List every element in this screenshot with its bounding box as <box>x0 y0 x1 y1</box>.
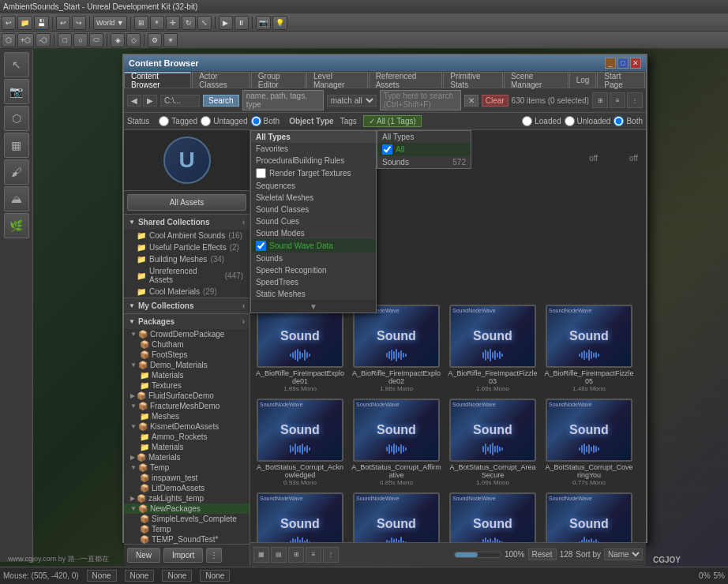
cb-close-btn[interactable]: ✕ <box>630 58 641 69</box>
more-btn[interactable]: ⋮ <box>206 548 222 563</box>
tool-select[interactable]: ↖ <box>4 52 29 77</box>
tags-all-types[interactable]: All Types <box>377 131 471 143</box>
thumb-view-btn-2[interactable]: ▤ <box>271 547 287 563</box>
thumb-view-btn-5[interactable]: ⋮ <box>323 547 339 563</box>
dropdown-proc-build[interactable]: ProceduralBuilding Rules <box>251 155 376 167</box>
tab-scene-manager[interactable]: Scene Manager <box>504 72 569 88</box>
asset-item-2[interactable]: SoundNodeWave Sound A_BioRifle_FireImpac… <box>350 303 443 394</box>
toolbar-btn-undo[interactable]: ↩ <box>56 16 70 30</box>
nav-forward-btn[interactable]: ▶ <box>143 95 157 107</box>
toolbar-build[interactable]: ⚙ <box>148 33 162 47</box>
pkg-child-chutham[interactable]: 📦 Chutham <box>124 339 250 350</box>
thumb-view-btn-1[interactable]: ▦ <box>253 547 269 563</box>
toolbar-btn-world[interactable]: World ▼ <box>93 16 127 30</box>
radio-both-status[interactable]: Both <box>251 116 280 126</box>
tags-sounds[interactable]: Sounds 572 <box>377 156 471 168</box>
pkg-child-materials[interactable]: 📁 Materials <box>124 370 250 380</box>
radio-loaded[interactable]: Loaded <box>522 116 561 126</box>
pkg-child-meshes[interactable]: 📁 Meshes <box>124 411 250 421</box>
view-btn-3[interactable]: ⋮ <box>627 92 643 108</box>
render-target-check[interactable] <box>256 168 266 178</box>
toolbar-btn-save[interactable]: 💾 <box>34 16 49 30</box>
tab-content-browser[interactable]: Content Browser <box>124 72 191 88</box>
package-kismet[interactable]: ▼ 📦 KismetDemoAssets <box>124 421 250 432</box>
package-newpackages[interactable]: ▼ 📦 NewPackages <box>124 504 250 514</box>
dropdown-favorites[interactable]: Favorites <box>251 143 376 155</box>
nav-back-btn[interactable]: ◀ <box>127 95 141 107</box>
sort-select[interactable]: Name Date Type <box>604 548 643 560</box>
tool-foliage[interactable]: 🌿 <box>4 213 29 238</box>
all-assets-btn[interactable]: All Assets <box>127 194 246 211</box>
tool-terrain[interactable]: ⛰ <box>4 186 29 212</box>
toolbar-cube[interactable]: □ <box>58 33 72 47</box>
asset-item-10[interactable]: SoundNodeWave Sound <box>350 491 443 542</box>
toolbar-btn-scale[interactable]: ⤡ <box>197 16 212 30</box>
package-materials[interactable]: ▶ 📦 Materials <box>124 452 250 462</box>
pkg-child-simplelevels[interactable]: 📦 SimpleLevels_Complete <box>124 514 250 524</box>
dropdown-sound-modes[interactable]: Sound Modes <box>251 227 376 239</box>
toolbar-btn-move[interactable]: ✛ <box>166 16 180 30</box>
toolbar-btn-grid[interactable]: ⊞ <box>134 16 148 30</box>
import-btn[interactable]: Import <box>163 548 203 563</box>
match-select[interactable]: match all <box>327 95 377 107</box>
search-btn[interactable]: Search <box>203 95 239 107</box>
my-collections-header[interactable]: ▼ My Collections › <box>124 298 250 313</box>
toolbar-btn-redo[interactable]: ↪ <box>72 16 86 30</box>
dropdown-sequences[interactable]: Sequences <box>251 180 376 192</box>
collection-cool-ambient[interactable]: 📁 Cool Ambient Sounds (16) <box>124 230 250 241</box>
zoom-reset-btn[interactable]: Reset <box>528 548 557 560</box>
asset-item-4[interactable]: SoundNodeWave Sound A_BioRifle_FireImpac… <box>542 303 636 394</box>
my-collections-expand[interactable]: › <box>242 301 245 310</box>
tab-referenced-assets[interactable]: Referenced Assets <box>369 72 443 88</box>
toolbar-bsp[interactable]: ◇ <box>126 33 141 47</box>
dropdown-render-target[interactable]: Render Target Textures <box>251 167 376 180</box>
toolbar-btn-cam[interactable]: 📷 <box>256 16 271 30</box>
tab-primitive-stats[interactable]: Primitive Stats <box>443 72 503 88</box>
asset-item-12[interactable]: SoundNodeWave Sound <box>542 491 636 542</box>
asset-item-8[interactable]: SoundNodeWave Sound A_BotStatus_Corrupt_… <box>542 397 636 488</box>
toolbar-brush-new[interactable]: ⬡ <box>2 33 16 47</box>
clear-search-btn[interactable]: ✕ <box>464 95 478 107</box>
tab-actor-classes[interactable]: Actor Classes <box>192 72 250 88</box>
asset-item-3[interactable]: SoundNodeWave Sound A_BioRifle_FireImpac… <box>446 303 539 394</box>
toolbar-btn-rotate[interactable]: ↻ <box>182 16 196 30</box>
toolbar-btn-open[interactable]: 📁 <box>17 16 32 30</box>
tab-start-page[interactable]: Start Page <box>597 72 645 88</box>
asset-item-5[interactable]: SoundNodeWave Sound A_BotStatus_Corrupt_… <box>253 397 347 488</box>
tool-geometry[interactable]: ⬡ <box>4 106 29 131</box>
dropdown-speedtrees[interactable]: SpeedTrees <box>251 276 376 288</box>
pkg-child-textures[interactable]: 📁 Textures <box>124 380 250 391</box>
dropdown-speech[interactable]: Speech Recognition <box>251 264 376 276</box>
pkg-child-inspawn[interactable]: 📦 inspawn_test <box>124 473 250 483</box>
toolbar-brush-add[interactable]: +⬡ <box>17 33 34 47</box>
view-btn-2[interactable]: ≡ <box>610 92 625 108</box>
sound-wave-check[interactable] <box>256 241 266 251</box>
toolbar-brush-sub[interactable]: -⬡ <box>36 33 51 47</box>
packages-header[interactable]: ▼ Packages › <box>124 313 250 329</box>
dropdown-sound-classes[interactable]: Sound Classes <box>251 204 376 215</box>
radio-untagged[interactable]: Untagged <box>201 116 247 126</box>
radio-tagged[interactable]: Tagged <box>159 116 197 126</box>
collection-materials[interactable]: 📁 Cool Materials (29) <box>124 286 250 298</box>
collection-building[interactable]: 📁 Building Meshes (34) <box>124 253 250 265</box>
pkg-child-footsteps[interactable]: 📦 FootSteps <box>124 350 250 360</box>
tags-active-filter[interactable]: ✓ All (1 Tags) <box>363 115 422 127</box>
pkg-child-ammo[interactable]: 📁 Ammo_Rockets <box>124 432 250 442</box>
pkg-child-temp2[interactable]: 📦 Temp <box>124 524 250 534</box>
view-btn-1[interactable]: ⊞ <box>592 92 608 108</box>
tab-group-editor[interactable]: Group Editor <box>251 72 306 88</box>
toolbar-lightmap[interactable]: ☀ <box>163 33 178 47</box>
pkg-child-tempsoundtest[interactable]: 📦 TEMP_SoundTest* <box>124 534 250 544</box>
tags-search-input[interactable]: Type here to search (Ctrl+Shift+F) <box>380 90 461 110</box>
tool-camera[interactable]: 📷 <box>4 79 29 104</box>
radio-unloaded[interactable]: Unloaded <box>565 116 611 126</box>
toolbar-btn-new[interactable]: ↩ <box>2 16 16 30</box>
dropdown-scroll-down[interactable]: ▼ <box>251 300 376 313</box>
tab-level-manager[interactable]: Level Manager <box>306 72 368 88</box>
cb-maximize-btn[interactable]: □ <box>617 58 629 69</box>
toolbar-actor[interactable]: ◈ <box>111 33 125 47</box>
tab-log[interactable]: Log <box>569 72 597 88</box>
tool-paint[interactable]: 🖌 <box>4 159 29 185</box>
clear-all-btn[interactable]: Clear <box>482 95 508 107</box>
pkg-child-materials2[interactable]: 📁 Materials <box>124 442 250 452</box>
